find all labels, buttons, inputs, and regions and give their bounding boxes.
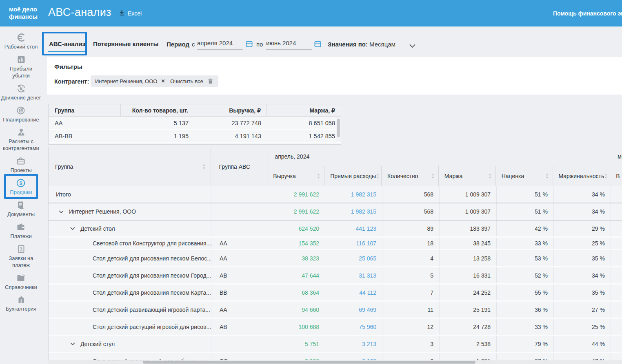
sort-icon[interactable] bbox=[431, 173, 435, 179]
value-cell-0: 624 520 bbox=[268, 221, 325, 236]
value-cell-3: 24 252 bbox=[439, 285, 496, 300]
sidebar-item-payment-requests[interactable]: $Заявки на платеж bbox=[1, 244, 42, 269]
money-flow-icon: ₽ bbox=[16, 84, 26, 93]
expand-chevron-icon[interactable] bbox=[70, 342, 75, 345]
value-cell-0: 2 991 622 bbox=[268, 186, 325, 203]
column-header-3[interactable]: Маржа bbox=[439, 166, 496, 186]
row-name: Стол детский развивающий игровой парта..… bbox=[93, 307, 210, 313]
chevron-down-icon[interactable] bbox=[409, 42, 415, 49]
column-header-label: Маржа bbox=[444, 173, 463, 179]
horizontal-scrollbar[interactable] bbox=[48, 360, 622, 364]
value-cell-2: 568 bbox=[382, 203, 439, 220]
value-cell-3: 16 331 bbox=[439, 267, 496, 283]
target-icon bbox=[16, 106, 26, 115]
expand-chevron-icon[interactable] bbox=[70, 227, 75, 230]
trash-icon[interactable] bbox=[207, 77, 214, 85]
sidebar-item-label: Документы bbox=[7, 211, 35, 218]
sidebar-item-label: Расчеты с контрагентами bbox=[1, 138, 42, 152]
month-group-header: апрель, 2024 bbox=[267, 147, 610, 166]
sidebar-item-profit-loss[interactable]: Прибыли убытки bbox=[1, 55, 42, 79]
financial-expert-help-link[interactable]: Помощь финансового эксперта bbox=[553, 10, 622, 17]
sort-icon[interactable] bbox=[545, 173, 549, 179]
wallet-icon bbox=[16, 222, 26, 232]
app-logo[interactable]: моё дело финансы bbox=[9, 6, 38, 20]
sort-icon[interactable] bbox=[604, 173, 608, 179]
sidebar-item-directories[interactable]: Справочники bbox=[5, 273, 37, 291]
logo-line2: финансы bbox=[9, 13, 38, 20]
value-cell-0: 68 364 bbox=[268, 285, 325, 300]
value-cell-3: 24 728 bbox=[439, 319, 496, 335]
value-cell-1: 25 065 bbox=[325, 250, 382, 266]
sidebar-item-projects[interactable]: Проекты bbox=[10, 156, 31, 174]
export-excel-label: Excel bbox=[128, 10, 142, 17]
sidebar-item-label: Справочники bbox=[5, 284, 37, 291]
column-header-2[interactable]: Количество bbox=[382, 166, 439, 186]
calendar-icon[interactable] bbox=[245, 40, 253, 48]
next-month-cell bbox=[611, 267, 622, 283]
value-cell-0: 5 751 bbox=[268, 336, 325, 352]
value-cell-1: 1 982 315 bbox=[325, 186, 382, 203]
next-month-cell bbox=[611, 186, 622, 203]
abc-column-header: Группа АВС bbox=[211, 147, 268, 186]
sidebar-item-money-flow[interactable]: ₽Движение денег bbox=[1, 84, 41, 101]
sort-icon[interactable] bbox=[317, 173, 320, 179]
counterparty-filter-chip[interactable]: Интернет Решения, ООО ✕ bbox=[91, 75, 169, 87]
value-cell-5: 35 % bbox=[553, 250, 611, 266]
sort-icon[interactable] bbox=[488, 173, 492, 179]
main-table-subheader: ВыручкаПрямые расходыКоличествоМаржаНаце… bbox=[267, 166, 610, 186]
column-header-1[interactable]: Прямые расходы bbox=[324, 166, 382, 186]
group-row: Детский стол624 520441 12389183 39742 %2… bbox=[49, 221, 622, 238]
tab-abc-analysis[interactable]: АВС-анализ bbox=[49, 40, 85, 47]
export-excel-button[interactable]: Excel bbox=[118, 9, 142, 18]
column-header-label: Маржинальность bbox=[559, 173, 604, 179]
column-header-4[interactable]: Наценка bbox=[496, 166, 553, 186]
value-cell-1: 1 982 315 bbox=[325, 203, 382, 220]
row-name-cell: Стол детский для рисования песком Белос.… bbox=[49, 250, 211, 266]
value-cell-5: 34 % bbox=[553, 267, 611, 283]
clear-all-chip[interactable]: Очистить все bbox=[166, 75, 218, 87]
row-name-cell: Интернет Решения, ООО bbox=[49, 203, 211, 220]
tab-lost-clients[interactable]: Потерянные клиенты bbox=[93, 40, 158, 47]
next-month-cell bbox=[611, 319, 622, 335]
sidebar-item-counterparty-settlements[interactable]: Расчеты с контрагентами bbox=[1, 127, 42, 152]
close-icon[interactable]: ✕ bbox=[161, 78, 165, 84]
sort-icon[interactable] bbox=[202, 164, 206, 170]
product-row: Световой стол Конструктор для рисования.… bbox=[49, 238, 622, 250]
row-name-cell: Детский стул bbox=[49, 336, 211, 352]
next-month-cell bbox=[611, 336, 622, 352]
summary-cell-qty: 5 137 bbox=[121, 117, 194, 129]
summary-cell-margin: 8 651 058 bbox=[267, 117, 341, 129]
row-name: Интернет Решения, ООО bbox=[69, 208, 136, 215]
expand-chevron-icon[interactable] bbox=[59, 210, 64, 213]
calendar-icon[interactable] bbox=[314, 40, 322, 48]
sidebar-nav: Рабочий столПрибыли убытки₽Движение дене… bbox=[0, 26, 42, 364]
scrollbar-thumb[interactable] bbox=[337, 119, 340, 137]
period-to-prefix: по bbox=[256, 41, 263, 48]
sidebar-item-accounting[interactable]: Бухгалтерия bbox=[6, 295, 36, 313]
summary-vertical-scrollbar[interactable] bbox=[336, 117, 341, 141]
next-column-header: В bbox=[610, 166, 622, 186]
abc-column-label: Группа АВС bbox=[219, 163, 251, 170]
product-row: Стол детский для рисования песком Карта.… bbox=[49, 285, 622, 302]
summary-cell-revenue: 23 772 748 bbox=[194, 117, 267, 129]
period-from-input[interactable]: апреля 2024 bbox=[197, 40, 243, 50]
column-header-5[interactable]: Маржинальность bbox=[553, 166, 610, 186]
column-header-0[interactable]: Выручка bbox=[267, 166, 324, 186]
values-by-select[interactable]: Месяцам bbox=[369, 41, 395, 48]
group-column-header[interactable]: Группа bbox=[49, 147, 211, 186]
sidebar-item-documents[interactable]: Документы bbox=[7, 200, 35, 218]
value-cell-3: 13 258 bbox=[439, 250, 496, 266]
sort-icon[interactable] bbox=[376, 173, 380, 179]
sidebar-item-planning[interactable]: Планирование bbox=[3, 106, 39, 124]
value-cell-5: 29 % bbox=[553, 221, 611, 236]
summary-table-header: Группа Кол-во товаров, шт. Выручка, ₽ Ма… bbox=[49, 104, 341, 117]
sidebar-item-payments[interactable]: Платежи bbox=[10, 222, 32, 240]
product-row: Стол детский для рисования песком Город.… bbox=[49, 267, 622, 285]
summary-header-margin: Маржа, ₽ bbox=[267, 104, 341, 116]
row-name-cell: Стол детский для рисования песком Город.… bbox=[49, 267, 211, 283]
sidebar-item-sales[interactable]: $Продажи bbox=[10, 178, 32, 196]
row-name: Стол детский для рисования песком Город.… bbox=[93, 272, 211, 279]
summary-cell-qty: 1 195 bbox=[121, 130, 194, 142]
period-to-input[interactable]: июнь 2024 bbox=[266, 40, 312, 50]
scrollbar-thumb[interactable] bbox=[143, 361, 475, 364]
